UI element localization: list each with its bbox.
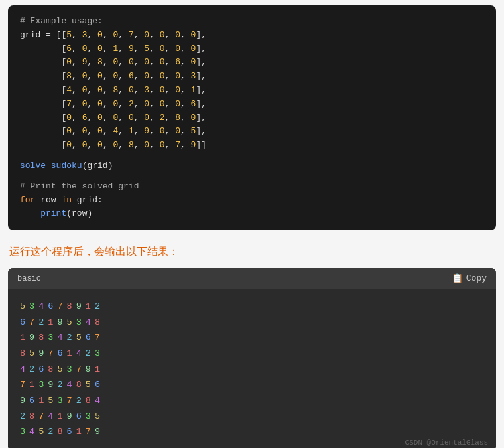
output-header-label: basic bbox=[17, 274, 41, 283]
grid-line-4: [8, 0, 0, 0, 6, 0, 0, 0, 3], bbox=[20, 70, 484, 84]
grid-line-7: [0, 6, 0, 0, 0, 0, 2, 8, 0], bbox=[20, 112, 484, 125]
top-code-block: # Example usage: grid = [[5, 3, 0, 0, 7,… bbox=[8, 5, 496, 230]
grid-line-2: [6, 0, 0, 1, 9, 5, 0, 0, 0], bbox=[20, 42, 484, 56]
grid-row-7: 9 6 1 5 3 7 2 8 4 bbox=[20, 393, 484, 409]
grid-line-6: [7, 0, 0, 0, 2, 0, 0, 0, 6], bbox=[20, 98, 484, 112]
comment-line-1: # Example usage: bbox=[20, 15, 484, 29]
output-body: 5 3 4 6 7 8 9 1 2 6 7 2 1 9 5 3 4 8 bbox=[8, 289, 496, 448]
copy-button[interactable]: 📋 Copy bbox=[452, 273, 487, 284]
page-wrapper: # Example usage: grid = [[5, 3, 0, 0, 7,… bbox=[0, 5, 504, 448]
grid-line-5: [4, 0, 0, 8, 0, 3, 0, 0, 1], bbox=[20, 84, 484, 98]
grid-line-8: [0, 0, 0, 4, 1, 9, 0, 0, 5], bbox=[20, 125, 484, 139]
watermark: CSDN @OrientalGlass bbox=[405, 439, 488, 447]
print-line: print(row) bbox=[20, 207, 484, 221]
grid-line-9: [0, 0, 0, 0, 8, 0, 0, 7, 9]] bbox=[20, 139, 484, 153]
grid-row-4: 8 5 9 7 6 1 4 2 3 bbox=[20, 346, 484, 362]
grid-row-1: 5 3 4 6 7 8 9 1 2 bbox=[20, 299, 484, 315]
comment-line-2: # Print the solved grid bbox=[20, 180, 484, 194]
copy-label: Copy bbox=[466, 273, 487, 283]
grid-row-5: 4 2 6 8 5 3 7 9 1 bbox=[20, 362, 484, 378]
grid-row-2: 6 7 2 1 9 5 3 4 8 bbox=[20, 315, 484, 331]
grid-row-6: 7 1 3 9 2 4 8 5 6 bbox=[20, 377, 484, 393]
copy-icon: 📋 bbox=[452, 273, 463, 284]
grid-row-9: 3 4 5 2 8 6 1 7 9 bbox=[20, 424, 484, 440]
output-block: basic 📋 Copy 5 3 4 6 7 8 9 1 2 6 7 bbox=[8, 268, 496, 448]
grid-line-3: [0, 9, 8, 0, 0, 0, 0, 6, 0], bbox=[20, 56, 484, 70]
grid-row-8: 2 8 7 4 1 9 6 3 5 bbox=[20, 409, 484, 425]
solve-call-line: solve_sudoku(grid) bbox=[20, 159, 484, 173]
grid-row-3: 1 9 8 3 4 2 5 6 7 bbox=[20, 330, 484, 346]
for-loop-line: for row in grid: bbox=[20, 194, 484, 208]
middle-text: 运行这个程序后，会输出以下结果： bbox=[0, 238, 504, 265]
output-header: basic 📋 Copy bbox=[8, 268, 496, 289]
grid-line-1: grid = [[5, 3, 0, 0, 7, 0, 0, 0, 0], bbox=[20, 29, 484, 42]
